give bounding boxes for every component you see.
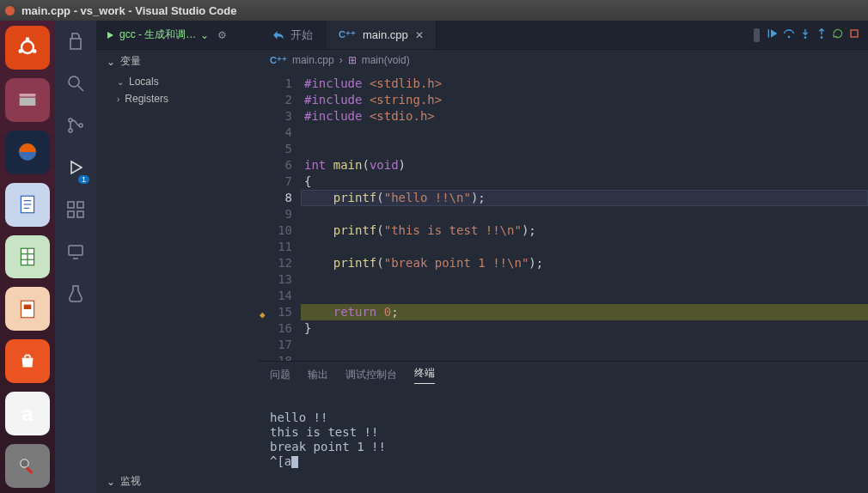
svg-rect-28: [77, 211, 83, 217]
gear-icon[interactable]: ⚙: [217, 29, 227, 41]
svg-point-36: [804, 36, 807, 39]
debug-top-strip: gcc - 生成和调… ⌄ ⚙: [96, 21, 258, 50]
chevron-right-icon: ›: [339, 54, 343, 66]
locals-tree[interactable]: ⌄Locals: [96, 73, 258, 90]
svg-rect-29: [69, 246, 83, 255]
launcher-settings[interactable]: [5, 444, 50, 488]
drag-handle-icon[interactable]: [754, 28, 760, 42]
test-icon[interactable]: [65, 283, 86, 307]
step-over-icon[interactable]: [782, 27, 796, 43]
activity-bar: 1: [55, 21, 96, 493]
svg-rect-18: [26, 466, 34, 474]
run-config[interactable]: gcc - 生成和调… ⌄: [105, 27, 209, 42]
svg-point-23: [79, 124, 83, 127]
tab-terminal[interactable]: 终端: [414, 366, 435, 384]
svg-point-3: [19, 50, 23, 54]
svg-point-0: [21, 41, 34, 53]
svg-marker-24: [71, 161, 82, 173]
debug-icon[interactable]: 1: [65, 157, 86, 180]
svg-rect-39: [851, 30, 858, 37]
svg-rect-27: [68, 211, 74, 217]
symbol-icon: ⊞: [348, 54, 357, 66]
svg-point-34: [788, 36, 791, 39]
explorer-icon[interactable]: [65, 31, 86, 54]
tab-output[interactable]: 输出: [308, 368, 328, 382]
cpp-file-icon: C⁺⁺: [270, 55, 287, 66]
continue-icon[interactable]: [766, 27, 779, 43]
chevron-down-icon: ⌄: [200, 29, 209, 41]
launcher-files[interactable]: [5, 78, 50, 122]
bottom-panel: 问题 输出 调试控制台 终端 hello !!this is test !!br…: [258, 361, 868, 493]
launcher-amazon[interactable]: a: [5, 392, 50, 435]
chevron-down-icon: ⌄: [117, 77, 124, 87]
launcher-firefox[interactable]: [5, 131, 50, 174]
terminal[interactable]: hello !!this is test !!break point 1 !!^…: [258, 387, 868, 493]
ubuntu-launcher: a: [0, 21, 55, 493]
svg-point-2: [33, 50, 37, 54]
svg-point-21: [69, 119, 72, 122]
launcher-software[interactable]: [5, 339, 50, 383]
start-tab[interactable]: 开始: [258, 21, 327, 49]
breadcrumb[interactable]: C⁺⁺ main.cpp › ⊞ main(void): [258, 50, 868, 70]
svg-rect-25: [68, 202, 74, 208]
tab-debug-console[interactable]: 调试控制台: [345, 368, 397, 382]
registers-tree[interactable]: ›Registers: [96, 90, 258, 107]
tab-bar: 开始 C⁺⁺ main.cpp ✕: [258, 21, 868, 50]
scm-icon[interactable]: [65, 115, 86, 138]
titlebar: main.cpp - vs_work - Visual Studio Code: [0, 0, 868, 21]
chevron-right-icon: ›: [117, 94, 119, 104]
search-icon[interactable]: [65, 73, 86, 96]
window-title: main.cpp - vs_work - Visual Studio Code: [21, 4, 236, 17]
svg-point-17: [21, 459, 28, 466]
code-area[interactable]: #include <stdlib.h>#include <string.h>#i…: [301, 70, 868, 361]
launcher-dash[interactable]: [5, 26, 50, 70]
step-out-icon[interactable]: [815, 27, 828, 43]
editor[interactable]: 1234567891011121314◆15161718 #include <s…: [258, 70, 868, 361]
debug-side-panel: gcc - 生成和调… ⌄ ⚙ 变量 ⌄Locals ›Registers 监视: [96, 21, 258, 493]
remote-icon[interactable]: [65, 241, 86, 265]
tab-problems[interactable]: 问题: [270, 368, 290, 382]
step-into-icon[interactable]: [798, 27, 812, 43]
line-gutter: 1234567891011121314◆15161718: [258, 70, 301, 361]
svg-point-38: [821, 36, 823, 39]
launcher-impress[interactable]: [5, 287, 50, 331]
svg-marker-33: [771, 29, 777, 37]
watch-section[interactable]: 监视: [96, 470, 258, 493]
svg-rect-32: [768, 29, 769, 37]
close-window-icon[interactable]: [5, 6, 15, 15]
close-icon[interactable]: ✕: [415, 29, 424, 41]
variables-section[interactable]: 变量: [96, 50, 258, 73]
svg-line-20: [78, 86, 83, 91]
svg-rect-4: [20, 94, 36, 97]
svg-rect-26: [77, 202, 83, 208]
extensions-icon[interactable]: [65, 199, 86, 222]
svg-rect-5: [20, 98, 36, 106]
stop-icon[interactable]: [847, 27, 861, 43]
svg-point-1: [26, 38, 30, 42]
launcher-calc[interactable]: [5, 235, 50, 279]
tab-main-cpp[interactable]: C⁺⁺ main.cpp ✕: [327, 21, 437, 49]
cpp-file-icon: C⁺⁺: [339, 29, 356, 40]
debug-toolbar: [747, 21, 868, 49]
svg-point-19: [69, 76, 79, 87]
restart-icon[interactable]: [831, 27, 845, 43]
svg-rect-16: [24, 304, 32, 308]
launcher-writer[interactable]: [5, 183, 50, 227]
svg-point-22: [69, 129, 72, 132]
panel-tabs: 问题 输出 调试控制台 终端: [258, 362, 868, 387]
svg-marker-31: [107, 32, 113, 39]
